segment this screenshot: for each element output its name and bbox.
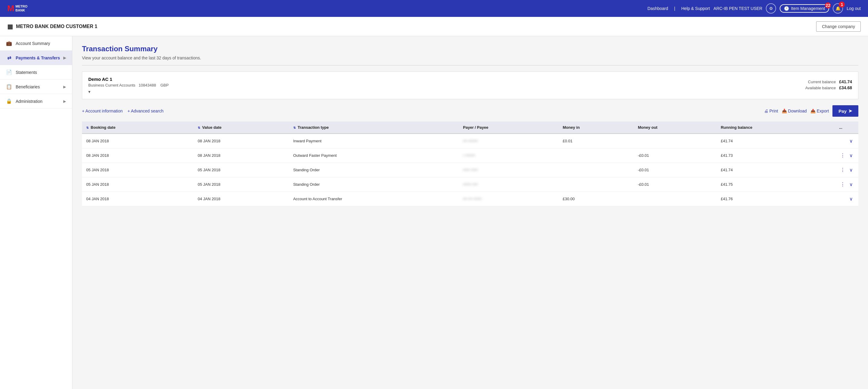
clock-icon: 🕐 bbox=[784, 6, 789, 11]
col-payer-payee: Payer / Payee bbox=[459, 122, 558, 133]
nav-dashboard[interactable]: Dashboard bbox=[647, 6, 668, 11]
account-number: 10843488 bbox=[138, 83, 156, 87]
sidebar-item-admin-label: Administration bbox=[16, 99, 42, 104]
company-name-label: METRO BANK DEMO CUSTOMER 1 bbox=[16, 24, 97, 29]
item-management-label: Item Management bbox=[791, 6, 825, 11]
gear-icon: ⚙ bbox=[769, 6, 773, 11]
lock-icon: 🔒 bbox=[6, 98, 12, 104]
header-username: ARC-IB PEN TEST USER bbox=[713, 6, 762, 11]
change-company-button[interactable]: Change company bbox=[816, 22, 861, 32]
cell-payer-payee: • ••••••• bbox=[459, 148, 558, 163]
settings-button[interactable]: ⚙ bbox=[766, 3, 776, 13]
logo-text-block: METRO BANK bbox=[16, 4, 27, 12]
document-icon: 📄 bbox=[6, 69, 12, 75]
export-button[interactable]: 📤 Export bbox=[810, 109, 829, 113]
cell-booking-date: 05 JAN 2018 bbox=[82, 177, 193, 192]
header: M METRO BANK Dashboard | Help & Support … bbox=[0, 0, 868, 17]
logo-line1: METRO bbox=[16, 4, 27, 8]
account-currency: GBP bbox=[160, 83, 168, 87]
logo-line2: BANK bbox=[16, 8, 27, 12]
transactions-table: ⇅ Booking date ⇅ Value date ⇅ Transactio… bbox=[82, 122, 858, 206]
table-row: 08 JAN 2018 08 JAN 2018 Outward Faster P… bbox=[82, 148, 858, 163]
cell-money-in bbox=[558, 148, 633, 163]
cell-money-in: £0.01 bbox=[558, 133, 633, 148]
current-balance-row: Current balance £41.74 bbox=[805, 79, 852, 84]
account-dropdown-chevron[interactable]: ▾ bbox=[88, 89, 169, 94]
table-row: 05 JAN 2018 05 JAN 2018 Standing Order •… bbox=[82, 177, 858, 192]
pay-label: Pay bbox=[838, 109, 846, 114]
cell-payer-payee: ••• ••••••• bbox=[459, 133, 558, 148]
item-management-badge: 22 bbox=[825, 2, 831, 8]
actions-bar: + Account information + Advanced search … bbox=[82, 105, 858, 117]
current-balance-label: Current balance bbox=[808, 80, 836, 84]
row-expand-button[interactable]: ∨ bbox=[848, 196, 854, 202]
sidebar-item-statements[interactable]: 📄 Statements bbox=[0, 65, 72, 80]
col-value-date[interactable]: ⇅ Value date bbox=[193, 122, 289, 133]
cell-money-out: -£0.01 bbox=[633, 163, 716, 177]
cell-value-date: 08 JAN 2018 bbox=[193, 133, 289, 148]
row-menu-button[interactable]: ⋮ bbox=[839, 181, 846, 188]
chevron-right-icon-admin: ▶ bbox=[63, 99, 66, 103]
sidebar-item-beneficiaries[interactable]: 📋 Beneficiaries ▶ bbox=[0, 80, 72, 94]
company-name-section: ▦ METRO BANK DEMO CUSTOMER 1 bbox=[7, 23, 97, 30]
pay-button[interactable]: Pay ➤ bbox=[832, 105, 858, 117]
cell-row-actions: ∨ bbox=[835, 192, 858, 206]
download-button[interactable]: 📥 Download bbox=[782, 109, 807, 113]
cell-money-out bbox=[633, 192, 716, 206]
export-label: Export bbox=[817, 109, 829, 113]
cell-money-out bbox=[633, 133, 716, 148]
chevron-right-icon-beneficiaries: ▶ bbox=[63, 85, 66, 89]
col-booking-date[interactable]: ⇅ Booking date bbox=[82, 122, 193, 133]
logout-button[interactable]: Log out bbox=[846, 6, 861, 11]
cell-booking-date: 05 JAN 2018 bbox=[82, 163, 193, 177]
company-icon: ▦ bbox=[7, 23, 13, 30]
briefcase-icon: 💼 bbox=[6, 40, 12, 46]
cell-row-actions: ⋮ ∨ bbox=[835, 177, 858, 192]
print-label: Print bbox=[770, 109, 778, 113]
cell-running-balance: £41.74 bbox=[716, 133, 835, 148]
row-expand-button[interactable]: ∨ bbox=[848, 167, 854, 173]
cell-money-out: -£0.01 bbox=[633, 177, 716, 192]
company-bar: ▦ METRO BANK DEMO CUSTOMER 1 Change comp… bbox=[0, 17, 868, 36]
sidebar-item-statements-label: Statements bbox=[16, 70, 37, 75]
table-row: 08 JAN 2018 08 JAN 2018 Inward Payment •… bbox=[82, 133, 858, 148]
account-information-link[interactable]: + Account information bbox=[82, 109, 123, 113]
sidebar-item-administration[interactable]: 🔒 Administration ▶ bbox=[0, 94, 72, 109]
row-expand-button[interactable]: ∨ bbox=[848, 138, 854, 145]
col-transaction-type[interactable]: ⇅ Transaction type bbox=[289, 122, 459, 133]
sort-arrows-value: ⇅ bbox=[198, 126, 201, 129]
row-expand-button[interactable]: ∨ bbox=[848, 152, 854, 159]
row-expand-button[interactable]: ∨ bbox=[848, 181, 854, 188]
notifications-badge: 1 bbox=[839, 1, 845, 7]
cell-payer-payee: •••••• •••• bbox=[459, 177, 558, 192]
table-row: 05 JAN 2018 05 JAN 2018 Standing Order •… bbox=[82, 163, 858, 177]
row-menu-button[interactable]: ⋮ bbox=[839, 167, 846, 173]
print-button[interactable]: 🖨 Print bbox=[764, 109, 778, 113]
col-money-in: Money in bbox=[558, 122, 633, 133]
account-details: Business Current Accounts 10843488 GBP bbox=[88, 83, 169, 87]
sidebar-item-account-summary[interactable]: 💼 Account Summary bbox=[0, 36, 72, 51]
col-running-balance: Running balance bbox=[716, 122, 835, 133]
notifications-button[interactable]: 🔔 1 bbox=[833, 3, 843, 13]
cell-value-date: 05 JAN 2018 bbox=[193, 163, 289, 177]
table-header: ⇅ Booking date ⇅ Value date ⇅ Transactio… bbox=[82, 122, 858, 133]
account-name: Demo AC 1 bbox=[88, 77, 169, 82]
nav-help-support[interactable]: Help & Support bbox=[681, 6, 710, 11]
account-balances: Current balance £41.74 Available balance… bbox=[805, 79, 852, 91]
advanced-search-link[interactable]: + Advanced search bbox=[127, 109, 163, 113]
cell-value-date: 08 JAN 2018 bbox=[193, 148, 289, 163]
cell-value-date: 04 JAN 2018 bbox=[193, 192, 289, 206]
cell-transaction-type: Outward Faster Payment bbox=[289, 148, 459, 163]
sort-arrows-booking: ⇅ bbox=[86, 126, 90, 129]
cell-booking-date: 04 JAN 2018 bbox=[82, 192, 193, 206]
cell-money-in bbox=[558, 163, 633, 177]
sidebar-item-payments-transfers[interactable]: ⇄ Payments & Transfers ▶ bbox=[0, 51, 72, 65]
table-body: 08 JAN 2018 08 JAN 2018 Inward Payment •… bbox=[82, 133, 858, 206]
row-menu-button[interactable]: ⋮ bbox=[839, 152, 846, 159]
cell-running-balance: £41.74 bbox=[716, 163, 835, 177]
print-icon: 🖨 bbox=[764, 109, 768, 113]
item-management-button[interactable]: 🕐 Item Management 22 bbox=[780, 4, 829, 13]
main-layout: 💼 Account Summary ⇄ Payments & Transfers… bbox=[0, 36, 868, 389]
sidebar-item-account-summary-label: Account Summary bbox=[16, 41, 50, 46]
cell-running-balance: £41.76 bbox=[716, 192, 835, 206]
